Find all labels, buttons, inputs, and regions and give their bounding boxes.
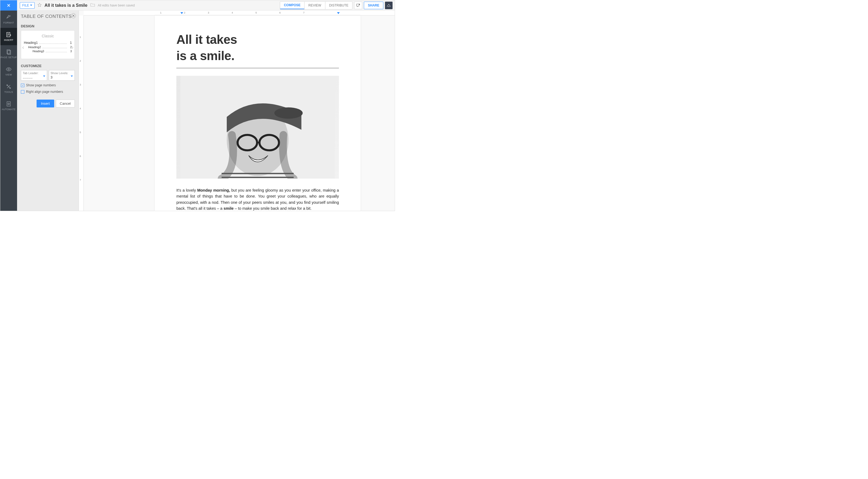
svg-point-12 [274, 107, 303, 118]
panel-close-button[interactable] [71, 13, 76, 18]
close-button[interactable] [0, 0, 17, 10]
show-page-numbers-row: ✓ Show page numbers [21, 83, 75, 87]
svg-point-9 [8, 103, 9, 105]
zia-icon [386, 3, 391, 8]
rail-view[interactable]: VIEW [0, 63, 17, 80]
chevron-down-icon [30, 5, 32, 6]
share-button[interactable]: SHARE [364, 2, 383, 9]
left-rail: FORMAT INSERT PAGE SETUP VIEW TOOLS AUTO… [0, 10, 17, 211]
show-levels-dropdown[interactable]: Show Levels: 3 [49, 70, 75, 81]
left-margin-marker[interactable] [180, 12, 183, 14]
file-label: FILE [22, 3, 29, 7]
doc-heading-line2[interactable]: is a smile. [176, 48, 339, 68]
rail-insert[interactable]: INSERT [0, 28, 17, 45]
tab-leader-dropdown[interactable]: Tab Leader: .......... [21, 70, 47, 81]
cancel-button[interactable]: Cancel [56, 100, 75, 107]
format-icon [6, 14, 12, 20]
hero-image[interactable] [176, 76, 339, 179]
svg-point-1 [359, 4, 360, 5]
prev-design-button[interactable]: ‹ [22, 44, 24, 50]
toc-preview-row: Heading1 1 [24, 41, 72, 45]
show-page-numbers-label: Show page numbers [26, 83, 56, 87]
automate-icon [6, 101, 12, 107]
body-paragraph[interactable]: It's a lovely Monday morning, but you ar… [176, 187, 339, 211]
document-canvas[interactable]: 1 2 3 4 5 6 7 1 2 3 4 5 6 7 All [79, 10, 395, 211]
tools-icon [6, 83, 12, 90]
file-menu-button[interactable]: FILE [20, 2, 35, 9]
svg-point-5 [8, 68, 9, 70]
document-page[interactable]: All it takes is a smile. [155, 15, 361, 211]
rail-automate[interactable]: AUTOMATE [0, 97, 17, 114]
next-design-button[interactable]: › [71, 44, 73, 50]
right-align-row: ✓ Right align page numbers [21, 90, 75, 94]
rail-page-setup[interactable]: PAGE SETUP [0, 45, 17, 63]
tab-review[interactable]: REVIEW [304, 2, 325, 9]
design-style-name: Classic [24, 34, 72, 38]
svg-rect-8 [7, 102, 10, 106]
toc-panel: TABLE OF CONTENTS DESIGN Classic Heading… [17, 10, 79, 211]
document-title[interactable]: All it takes is a Smile [44, 3, 87, 8]
rail-tools[interactable]: TOOLS [0, 80, 17, 97]
app-window: FILE All it takes is a Smile All edits h… [0, 0, 395, 211]
child-photo-icon [176, 76, 339, 179]
rail-format[interactable]: FORMAT [0, 10, 17, 28]
page-setup-icon [6, 49, 12, 55]
toc-preview-row: Heading2 2 [24, 45, 72, 49]
right-align-label: Right align page numbers [26, 90, 63, 94]
design-section-label: DESIGN [21, 24, 75, 28]
vertical-ruler[interactable]: 1 2 3 4 5 6 7 [79, 15, 84, 211]
show-page-numbers-checkbox[interactable]: ✓ [21, 83, 24, 87]
design-preview-card[interactable]: Classic Heading1 1 Heading2 2 Heading3 3… [21, 30, 75, 59]
doc-heading-line1[interactable]: All it takes [176, 32, 339, 48]
horizontal-ruler[interactable]: 1 2 3 4 5 6 7 [84, 10, 395, 15]
close-icon [6, 3, 11, 8]
customize-controls: Tab Leader: .......... Show Levels: 3 [21, 70, 75, 81]
tab-compose[interactable]: COMPOSE [280, 2, 304, 9]
toc-preview-row: Heading3 3 [24, 50, 72, 53]
svg-rect-0 [356, 4, 359, 6]
top-bar: FILE All it takes is a Smile All edits h… [0, 0, 395, 10]
user-avatar[interactable] [385, 2, 393, 9]
insert-icon [6, 32, 12, 38]
comment-notify-icon [356, 3, 360, 8]
view-icon [6, 66, 12, 72]
topbar-right: COMPOSE REVIEW DISTRIBUTE SHARE [280, 1, 393, 9]
close-icon [72, 14, 75, 17]
save-status: All edits have been saved [98, 3, 135, 7]
tab-distribute[interactable]: DISTRIBUTE [325, 2, 352, 9]
folder-icon[interactable] [90, 3, 95, 8]
mode-tabs: COMPOSE REVIEW DISTRIBUTE [280, 1, 352, 9]
right-align-checkbox[interactable]: ✓ [21, 90, 24, 94]
app-body: FORMAT INSERT PAGE SETUP VIEW TOOLS AUTO… [0, 10, 395, 211]
panel-buttons: Insert Cancel [21, 100, 75, 107]
panel-title: TABLE OF CONTENTS [21, 14, 75, 19]
customize-section-label: CUSTOMIZE [21, 64, 75, 68]
favorite-star-icon[interactable] [37, 3, 42, 8]
notifications-button[interactable] [354, 2, 362, 9]
right-margin-marker[interactable] [337, 12, 340, 14]
insert-button[interactable]: Insert [37, 100, 54, 107]
